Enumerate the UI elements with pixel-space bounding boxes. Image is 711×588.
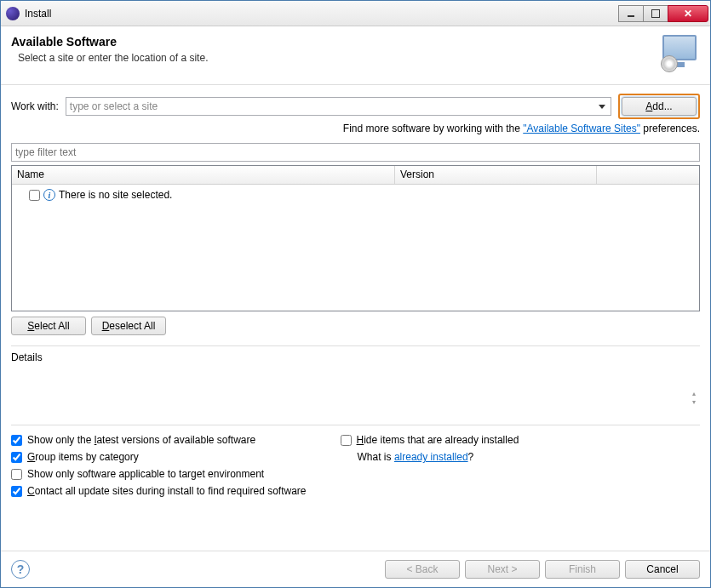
chevron-down-icon[interactable] — [595, 100, 609, 113]
footer: ? < Back Next > Finish Cancel — [1, 551, 710, 587]
next-button: Next > — [465, 560, 540, 579]
details-spinner[interactable]: ▴▾ — [688, 389, 700, 406]
what-is-line: What is already installed? — [341, 451, 519, 463]
minimize-button[interactable] — [618, 5, 644, 22]
finish-button: Finish — [545, 560, 620, 579]
page-subtitle: Select a site or enter the location of a… — [18, 52, 656, 64]
opt-hide-check[interactable] — [341, 435, 352, 446]
opt-group-check[interactable] — [11, 452, 22, 463]
column-spacer — [597, 166, 699, 184]
opt-contact[interactable]: Contact all update sites during install … — [11, 485, 307, 497]
column-version[interactable]: Version — [395, 166, 597, 184]
empty-message: There is no site selected. — [59, 189, 172, 201]
available-sites-link[interactable]: "Available Software Sites" — [523, 123, 640, 134]
details-area: ▴▾ — [11, 389, 700, 414]
install-dialog: Install Available Software Select a site… — [0, 0, 711, 588]
column-name[interactable]: Name — [12, 166, 395, 184]
install-wizard-icon — [656, 35, 700, 72]
select-all-button[interactable]: Select All — [11, 317, 86, 335]
maximize-button[interactable] — [643, 5, 668, 22]
tree-row-checkbox[interactable] — [29, 190, 40, 201]
add-button-highlight: Add... — [618, 94, 700, 119]
details-label: Details — [11, 351, 700, 363]
cancel-button[interactable]: Cancel — [625, 560, 700, 579]
tree-row-empty: i There is no site selected. — [17, 187, 694, 203]
close-button[interactable] — [668, 5, 708, 22]
header-pane: Available Software Select a site or ente… — [1, 26, 710, 85]
opt-group[interactable]: Group items by category — [11, 451, 307, 463]
opt-hide[interactable]: Hide items that are already installed — [341, 434, 519, 446]
opt-latest[interactable]: Show only the latest versions of availab… — [11, 434, 307, 446]
already-installed-link[interactable]: already installed — [394, 451, 468, 463]
window-title: Install — [25, 8, 619, 20]
add-button[interactable]: Add... — [622, 97, 697, 116]
opt-contact-check[interactable] — [11, 486, 22, 497]
opt-target[interactable]: Show only software applicable to target … — [11, 468, 307, 480]
info-icon: i — [43, 189, 55, 201]
opt-latest-check[interactable] — [11, 435, 22, 446]
page-title: Available Software — [11, 35, 656, 49]
app-icon — [6, 7, 20, 20]
find-more-line: Find more software by working with the "… — [11, 123, 700, 134]
back-button: < Back — [385, 560, 460, 579]
work-with-placeholder: type or select a site — [70, 100, 158, 112]
titlebar: Install — [1, 1, 710, 26]
work-with-label: Work with: — [11, 100, 59, 112]
help-icon[interactable]: ? — [11, 560, 30, 579]
filter-input[interactable] — [11, 143, 700, 162]
work-with-combo[interactable]: type or select a site — [66, 97, 611, 116]
software-tree: Name Version i There is no site selected… — [11, 165, 700, 311]
deselect-all-button[interactable]: Deselect All — [91, 317, 166, 335]
opt-target-check[interactable] — [11, 469, 22, 480]
